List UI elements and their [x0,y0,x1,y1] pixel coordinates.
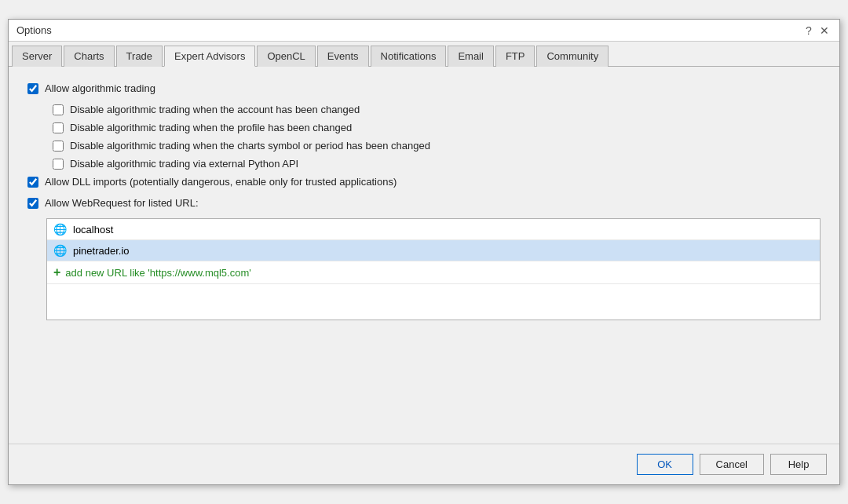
allow-algo-trading-label[interactable]: Allow algorithmic trading [45,82,155,94]
window-title: Options [16,24,52,36]
title-bar-controls: ? ✕ [802,24,832,38]
plus-icon: + [53,265,60,279]
cancel-button[interactable]: Cancel [700,454,764,475]
sub-option-label-1[interactable]: Disable algorithmic trading when the pro… [70,122,352,133]
allow-dll-row: Allow DLL imports (potentially dangerous… [27,176,821,188]
allow-algo-trading-checkbox[interactable] [27,83,38,94]
title-bar: Options ? ✕ [9,20,839,42]
sub-option-label-0[interactable]: Disable algorithmic trading when the acc… [70,104,360,115]
tab-server[interactable]: Server [12,46,62,67]
sub-options-container: Disable algorithmic trading when the acc… [53,104,821,170]
sub-option-row-2: Disable algorithmic trading when the cha… [53,140,821,152]
allow-webrequest-label[interactable]: Allow WebRequest for listed URL: [45,197,199,209]
sub-option-label-2[interactable]: Disable algorithmic trading when the cha… [70,140,430,152]
tab-events[interactable]: Events [317,46,369,67]
help-footer-button[interactable]: Help [770,454,827,475]
ok-button[interactable]: OK [637,454,693,475]
close-button[interactable]: ✕ [817,24,832,38]
tab-ftp[interactable]: FTP [495,46,535,67]
sub-option-label-3[interactable]: Disable algorithmic trading via external… [70,158,298,170]
allow-dll-checkbox[interactable] [27,177,38,188]
content-area: Allow algorithmic trading Disable algori… [9,67,839,444]
allow-dll-label[interactable]: Allow DLL imports (potentially dangerous… [45,176,397,188]
tab-email[interactable]: Email [448,46,494,67]
tabs-bar: ServerChartsTradeExpert AdvisorsOpenCLEv… [9,42,839,67]
sub-option-checkbox-1[interactable] [53,122,64,133]
allow-webrequest-row: Allow WebRequest for listed URL: [27,197,821,209]
sub-option-checkbox-0[interactable] [53,104,64,115]
url-row-0[interactable]: 🌐localhost [47,219,820,240]
url-text-1: pinetrader.io [73,245,130,257]
url-row-1[interactable]: 🌐pinetrader.io [47,240,820,261]
help-button[interactable]: ? [802,24,816,38]
tab-charts[interactable]: Charts [64,46,114,67]
tab-expert-advisors[interactable]: Expert Advisors [164,46,255,67]
url-table: 🌐localhost🌐pinetrader.io+add new URL lik… [46,218,821,320]
globe-icon: 🌐 [53,244,67,257]
sub-option-checkbox-3[interactable] [53,159,64,170]
footer: OK Cancel Help [9,444,839,484]
add-url-label: add new URL like 'https://www.mql5.com' [65,267,250,279]
sub-option-row-0: Disable algorithmic trading when the acc… [53,104,821,115]
allow-webrequest-checkbox[interactable] [27,198,38,209]
allow-algo-trading-row: Allow algorithmic trading [27,82,821,94]
add-url-row[interactable]: +add new URL like 'https://www.mql5.com' [47,261,820,284]
url-text-0: localhost [73,224,113,236]
options-window: Options ? ✕ ServerChartsTradeExpert Advi… [8,19,840,485]
tab-community[interactable]: Community [536,46,609,67]
sub-option-row-1: Disable algorithmic trading when the pro… [53,122,821,133]
globe-icon: 🌐 [53,223,67,236]
sub-option-checkbox-2[interactable] [53,141,64,152]
tab-notifications[interactable]: Notifications [371,46,447,67]
sub-option-row-3: Disable algorithmic trading via external… [53,158,821,170]
tab-trade[interactable]: Trade [116,46,163,67]
tab-opencl[interactable]: OpenCL [257,46,315,67]
